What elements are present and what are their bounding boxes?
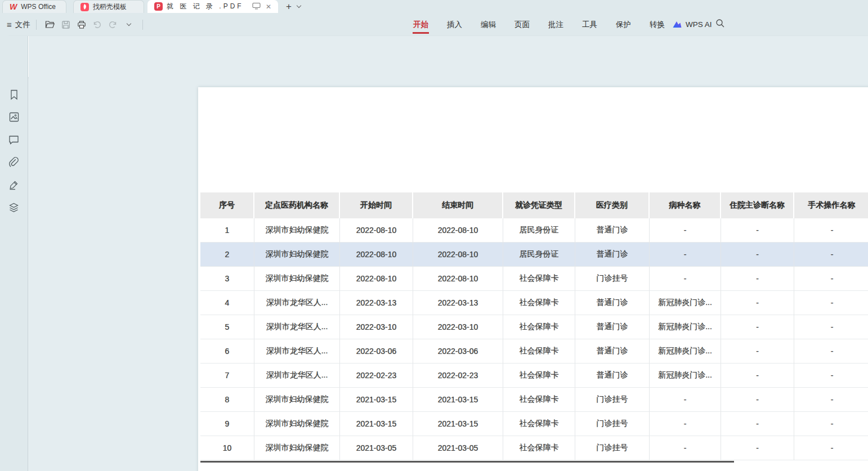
table-cell: - — [650, 243, 721, 267]
menu-tab-4[interactable]: 批注 — [548, 15, 564, 35]
new-tab-button[interactable]: + — [286, 2, 292, 11]
print-icon[interactable] — [75, 19, 88, 31]
menu-tab-0[interactable]: 开始 — [413, 15, 429, 35]
table-cell: 普通门诊 — [575, 364, 650, 388]
menu-tab-6[interactable]: 保护 — [615, 15, 632, 35]
table-cell: 2022-03-06 — [413, 339, 503, 364]
tab-docer[interactable]: 找稻壳模板 — [73, 0, 144, 13]
table-cell: - — [721, 412, 794, 436]
table-row[interactable]: 10深圳市妇幼保健院2021-03-052021-03-05社会保障卡门诊挂号-… — [200, 436, 868, 460]
menu-tab-5[interactable]: 工具 — [581, 15, 598, 35]
table-cell: 深圳市妇幼保健院 — [254, 243, 340, 267]
tab-bar: W WPS Office 找稻壳模板 P 就 医 记 录 .PDF ✕ + — [0, 0, 868, 13]
table-header-cell: 就诊凭证类型 — [503, 192, 575, 218]
tab-list-chevron-icon[interactable] — [297, 3, 301, 8]
table-cell: - — [794, 412, 868, 436]
table-cell: - — [721, 291, 794, 315]
table-cell: - — [794, 243, 868, 267]
hamburger-icon: ≡ — [7, 20, 12, 29]
bookmark-icon[interactable] — [8, 88, 20, 101]
table-cell: - — [794, 339, 868, 364]
undo-icon[interactable] — [91, 19, 104, 31]
pdf-page: 序号定点医药机构名称开始时间结束时间就诊凭证类型医疗类别病种名称住院主诊断名称手… — [198, 87, 868, 471]
close-tab-icon[interactable]: ✕ — [266, 3, 271, 11]
file-menu-label: 文件 — [15, 20, 30, 30]
menu-tab-2[interactable]: 编辑 — [480, 15, 496, 35]
table-cell: 2021-03-05 — [340, 436, 413, 460]
table-header-cell: 开始时间 — [340, 192, 413, 218]
table-cell: - — [721, 315, 794, 339]
table-cell: 2021-03-05 — [413, 436, 503, 460]
table-cell: 4 — [200, 291, 254, 315]
table-cell: - — [721, 339, 794, 364]
table-row[interactable]: 2深圳市妇幼保健院2022-08-102022-08-10居民身份证普通门诊--… — [200, 243, 868, 267]
table-cell: 2021-03-15 — [413, 412, 503, 436]
table-cell: 6 — [200, 339, 254, 364]
tab-pdf-document[interactable]: P 就 医 记 录 .PDF ✕ — [147, 0, 278, 13]
open-file-icon[interactable] — [44, 19, 56, 31]
table-row[interactable]: 4深圳市龙华区人...2022-03-132022-03-13社会保障卡普通门诊… — [200, 291, 868, 315]
table-cell: 2 — [200, 243, 254, 267]
table-cell: 2022-03-13 — [413, 291, 503, 315]
image-icon[interactable] — [8, 111, 20, 123]
table-header-cell: 病种名称 — [650, 192, 721, 218]
table-cell: 10 — [200, 436, 254, 460]
menu-tabs: 开始插入编辑页面批注工具保护转换 — [413, 13, 665, 36]
menu-tab-7[interactable]: 转换 — [649, 15, 665, 35]
table-cell: 居民身份证 — [503, 218, 575, 243]
wps-ai-button[interactable]: WPS AI — [672, 13, 712, 36]
table-cell: 社会保障卡 — [503, 291, 575, 315]
wps-ai-logo-icon — [672, 20, 682, 29]
comment-icon[interactable] — [8, 133, 20, 146]
cast-screen-icon[interactable] — [252, 2, 261, 11]
table-cell: 2022-02-23 — [413, 364, 503, 388]
table-row[interactable]: 3深圳市妇幼保健院2022-08-102022-08-10社会保障卡门诊挂号--… — [200, 267, 868, 291]
tab-wps-office[interactable]: W WPS Office — [2, 0, 66, 13]
table-cell: - — [650, 412, 721, 436]
table-header-cell: 序号 — [200, 192, 254, 218]
menu-bar: ≡ 文件 开始插入编辑页面批注工具保护转换 — [0, 13, 868, 36]
table-cell: 2022-08-10 — [340, 267, 413, 291]
save-icon[interactable] — [60, 19, 72, 31]
quick-toolbar-chevron-icon[interactable] — [123, 19, 135, 31]
table-cell: 普通门诊 — [575, 339, 650, 364]
file-menu-button[interactable]: ≡ 文件 — [7, 20, 30, 30]
document-area[interactable]: 序号定点医药机构名称开始时间结束时间就诊凭证类型医疗类别病种名称住院主诊断名称手… — [29, 36, 868, 471]
table-cell: 门诊挂号 — [575, 267, 650, 291]
pdf-file-icon: P — [154, 2, 163, 11]
table-cell: - — [721, 436, 794, 460]
table-cell: 2022-03-06 — [340, 339, 413, 364]
attachment-icon[interactable] — [8, 156, 20, 168]
tab-label: 找稻壳模板 — [93, 2, 127, 12]
table-cell: - — [650, 436, 721, 460]
table-row[interactable]: 9深圳市妇幼保健院2021-03-152021-03-15社会保障卡门诊挂号--… — [200, 412, 868, 436]
table-cell: 深圳市妇幼保健院 — [254, 436, 340, 460]
table-cell: 5 — [200, 315, 254, 339]
table-cell: - — [650, 267, 721, 291]
table-row[interactable]: 7深圳市龙华区人...2022-02-232022-02-23社会保障卡普通门诊… — [200, 364, 868, 388]
table-cell: - — [794, 291, 868, 315]
menu-tab-1[interactable]: 插入 — [446, 15, 463, 35]
table-row[interactable]: 6深圳市龙华区人...2022-03-062022-03-06社会保障卡普通门诊… — [200, 339, 868, 364]
layers-icon[interactable] — [8, 201, 20, 213]
table-cell: - — [650, 388, 721, 412]
menu-tab-3[interactable]: 页面 — [514, 15, 530, 35]
table-cell: - — [650, 218, 721, 243]
table-cell: 2022-08-10 — [340, 243, 413, 267]
medical-records-table: 序号定点医药机构名称开始时间结束时间就诊凭证类型医疗类别病种名称住院主诊断名称手… — [200, 192, 868, 460]
table-row[interactable]: 8深圳市妇幼保健院2021-03-152021-03-15社会保障卡门诊挂号--… — [200, 388, 868, 412]
search-icon[interactable] — [715, 19, 725, 30]
table-row[interactable]: 5深圳市龙华区人...2022-03-102022-03-10社会保障卡普通门诊… — [200, 315, 868, 339]
table-cell: 2021-03-15 — [340, 412, 413, 436]
table-header-cell: 定点医药机构名称 — [254, 192, 340, 218]
table-cell: 深圳市妇幼保健院 — [254, 388, 340, 412]
table-cell: 居民身份证 — [503, 243, 575, 267]
left-panel-bar — [0, 36, 28, 471]
table-cell: 普通门诊 — [575, 315, 650, 339]
table-cell: 深圳市妇幼保健院 — [254, 412, 340, 436]
table-row[interactable]: 1深圳市妇幼保健院2022-08-102022-08-10居民身份证普通门诊--… — [200, 218, 868, 243]
redo-icon[interactable] — [107, 19, 119, 31]
table-cell: 深圳市妇幼保健院 — [254, 218, 340, 243]
table-cell: 2021-03-15 — [340, 388, 413, 412]
signature-icon[interactable] — [8, 178, 20, 191]
